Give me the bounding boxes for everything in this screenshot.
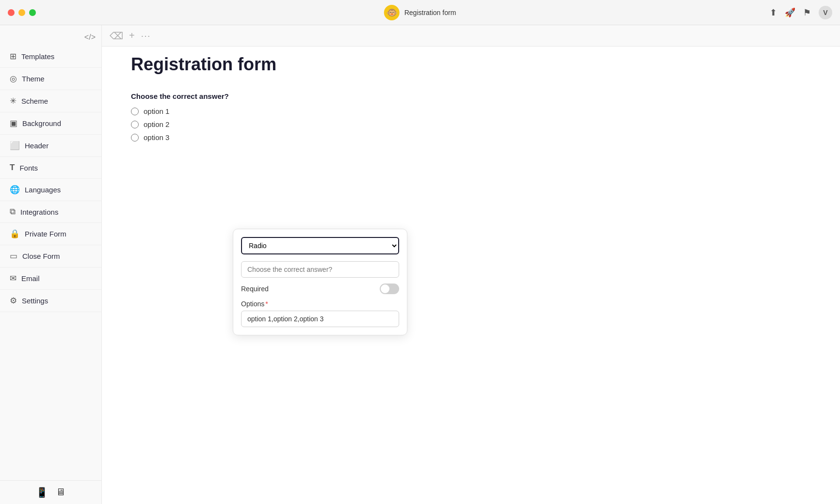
sidebar-item-label-header: Header xyxy=(25,142,48,150)
options-label: Options* xyxy=(241,300,399,308)
title-bar: 🐵 Registration form ⬆ 🚀 ⚑ V xyxy=(0,0,840,25)
templates-icon: ⊞ xyxy=(10,51,16,62)
minimize-button[interactable] xyxy=(18,9,25,16)
sidebar-item-templates[interactable]: ⊞ Templates xyxy=(0,46,101,68)
title-bar-center: 🐵 Registration form xyxy=(384,5,456,20)
question-label: Choose the correct answer? xyxy=(131,92,811,100)
background-icon: ▣ xyxy=(10,118,17,128)
sidebar-item-label-background: Background xyxy=(22,119,61,127)
radio-item-3[interactable]: option 3 xyxy=(131,133,811,142)
sidebar-item-label-scheme: Scheme xyxy=(21,97,48,105)
radio-label-1: option 1 xyxy=(144,107,169,115)
content-area: Registration form Choose the correct ans… xyxy=(102,25,840,504)
sidebar-item-label-fonts: Fonts xyxy=(19,164,38,172)
question-block: Choose the correct answer? option 1 opti… xyxy=(131,92,811,142)
element-toolbar: ⌫ + ⋯ xyxy=(102,25,840,47)
sidebar-item-label-languages: Languages xyxy=(25,186,61,194)
logo-emoji: 🐵 xyxy=(387,7,397,18)
sidebar-item-integrations[interactable]: ⧉ Integrations xyxy=(0,201,101,223)
app-body: </> ⊞ Templates ◎ Theme ✳ Scheme ▣ Backg… xyxy=(0,25,840,504)
sidebar-item-label-private-form: Private Form xyxy=(25,230,66,238)
sidebar-item-label-integrations: Integrations xyxy=(20,208,58,216)
add-element-button[interactable]: + xyxy=(129,30,135,41)
share-icon[interactable]: ⬆ xyxy=(770,7,777,18)
sidebar-item-private-form[interactable]: 🔒 Private Form xyxy=(0,223,101,245)
delete-element-button[interactable]: ⌫ xyxy=(110,30,123,42)
sidebar-item-scheme[interactable]: ✳ Scheme xyxy=(0,90,101,112)
sidebar-top-actions: </> xyxy=(0,29,101,46)
desktop-view-button[interactable]: 🖥 xyxy=(56,487,65,498)
options-section: Options* xyxy=(241,300,399,327)
sidebar-item-settings[interactable]: ⚙ Settings xyxy=(0,290,101,312)
maximize-button[interactable] xyxy=(29,9,36,16)
edit-panel: Radio Checkbox Dropdown Text Email Numbe… xyxy=(233,229,407,335)
rocket-icon[interactable]: 🚀 xyxy=(785,7,795,18)
sidebar: </> ⊞ Templates ◎ Theme ✳ Scheme ▣ Backg… xyxy=(0,25,102,504)
title-bar-actions: ⬆ 🚀 ⚑ V xyxy=(770,6,832,19)
app-logo: 🐵 xyxy=(384,5,400,20)
form-title: Registration form xyxy=(131,54,811,75)
private-form-icon: 🔒 xyxy=(10,229,20,239)
close-button[interactable] xyxy=(8,9,15,16)
options-input[interactable] xyxy=(241,311,399,327)
sidebar-item-label-templates: Templates xyxy=(21,52,54,61)
question-field xyxy=(241,261,399,278)
field-type-select[interactable]: Radio Checkbox Dropdown Text Email Numbe… xyxy=(241,237,399,254)
settings-icon: ⚙ xyxy=(10,296,17,306)
required-label: Required xyxy=(241,285,269,293)
sidebar-item-header[interactable]: ⬜ Header xyxy=(0,135,101,157)
edit-panel-toolbar: Radio Checkbox Dropdown Text Email Numbe… xyxy=(241,237,399,254)
sidebar-item-label-settings: Settings xyxy=(22,297,48,305)
more-options-button[interactable]: ⋯ xyxy=(141,30,150,42)
fonts-icon: T xyxy=(10,163,15,173)
traffic-lights xyxy=(8,9,36,16)
sidebar-item-languages[interactable]: 🌐 Languages xyxy=(0,179,101,201)
required-toggle[interactable] xyxy=(380,284,399,294)
email-icon: ✉ xyxy=(10,273,16,284)
radio-input-1[interactable] xyxy=(131,108,139,115)
radio-input-2[interactable] xyxy=(131,121,139,128)
sidebar-item-background[interactable]: ▣ Background xyxy=(0,112,101,135)
sidebar-item-email[interactable]: ✉ Email xyxy=(0,268,101,290)
radio-group: option 1 option 2 option 3 xyxy=(131,107,811,142)
radio-item-2[interactable]: option 2 xyxy=(131,120,811,128)
scheme-icon: ✳ xyxy=(10,96,16,106)
radio-input-3[interactable] xyxy=(131,134,139,142)
code-toggle-icon[interactable]: </> xyxy=(84,33,96,42)
sidebar-item-label-theme: Theme xyxy=(22,75,45,83)
required-row: Required xyxy=(241,284,399,294)
radio-item-1[interactable]: option 1 xyxy=(131,107,811,115)
radio-label-3: option 3 xyxy=(144,133,169,142)
integrations-icon: ⧉ xyxy=(10,207,16,217)
radio-label-2: option 2 xyxy=(144,120,169,128)
languages-icon: 🌐 xyxy=(10,185,20,195)
sidebar-item-label-email: Email xyxy=(21,274,40,283)
theme-icon: ◎ xyxy=(10,74,17,84)
user-avatar[interactable]: V xyxy=(819,6,832,19)
flag-icon[interactable]: ⚑ xyxy=(803,7,811,18)
window-title: Registration form xyxy=(404,9,456,16)
sidebar-item-theme[interactable]: ◎ Theme xyxy=(0,68,101,90)
close-form-icon: ▭ xyxy=(10,251,17,261)
header-icon: ⬜ xyxy=(10,141,20,151)
question-input[interactable] xyxy=(241,261,399,278)
sidebar-item-fonts[interactable]: T Fonts xyxy=(0,157,101,179)
sidebar-bottom: 📱 🖥 xyxy=(0,480,101,504)
sidebar-item-close-form[interactable]: ▭ Close Form xyxy=(0,245,101,268)
mobile-view-button[interactable]: 📱 xyxy=(36,487,48,498)
sidebar-item-label-close-form: Close Form xyxy=(22,252,60,260)
options-required-star: * xyxy=(265,300,268,308)
